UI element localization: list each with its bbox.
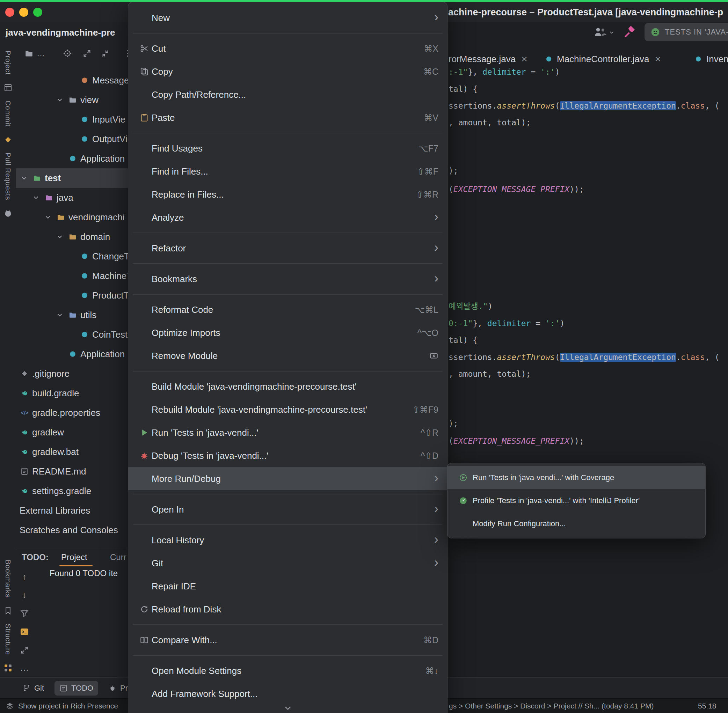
bookmark-icon[interactable] — [3, 606, 13, 615]
class-icon — [80, 115, 89, 124]
chevdown-icon[interactable] — [32, 194, 40, 201]
submenu-item-run-tests-in-java-vendi-with-coverage[interactable]: Run 'Tests in 'java-vendi...' with Cover… — [447, 466, 705, 489]
chevdown-icon[interactable] — [56, 311, 64, 319]
build-hammer-icon[interactable] — [622, 24, 637, 39]
stripe-button-pull-requests[interactable]: Pull Requests — [4, 152, 12, 200]
menu-item-run-tests-in-java-vendi[interactable]: Run 'Tests in 'java-vendi...'^⇧R — [128, 421, 447, 444]
more-options-button[interactable]: ⋯ — [20, 665, 29, 674]
menu-item-local-history[interactable]: Local History› — [128, 529, 447, 552]
menu-item-copy[interactable]: Copy⌘C — [128, 60, 447, 83]
menu-item-reformat-code[interactable]: Reformat Code⌥⌘L — [128, 298, 447, 321]
stripe-button-commit[interactable]: Commit — [4, 101, 12, 127]
structure-icon[interactable] — [3, 664, 13, 673]
menu-item-build-module-java-vendingmachine-precourse-test[interactable]: Build Module 'java-vendingmachine-precou… — [128, 375, 447, 398]
menu-item-rebuild-module-java-vendingmachine-precourse-test[interactable]: Rebuild Module 'java-vendingmachine-prec… — [128, 398, 447, 421]
gradle-icon — [20, 428, 28, 437]
toolwindow-button-git[interactable]: Git — [18, 681, 49, 695]
debug-icon — [140, 451, 149, 460]
preview-source-button[interactable] — [20, 627, 29, 636]
chevdown-icon[interactable] — [56, 96, 64, 104]
next-todo-button[interactable]: ↓ — [20, 591, 29, 600]
menu-item-right: › — [427, 273, 438, 285]
menu-shortcut: ⌘V — [424, 113, 438, 123]
menu-item-label: Open Module Settings — [152, 665, 241, 676]
tree-item-label: Application — [80, 153, 125, 164]
menu-item-compare-with[interactable]: Compare With...⌘D — [128, 628, 447, 652]
menu-item-new[interactable]: New› — [128, 6, 447, 29]
commit-icon[interactable] — [3, 135, 13, 144]
bug-icon — [108, 684, 117, 692]
menu-item-debug-tests-in-java-vendi[interactable]: Debug 'Tests in 'java-vendi...'^⇧D — [128, 444, 447, 467]
chevdown-icon[interactable] — [20, 174, 28, 182]
editor-tab-rormessage-java[interactable]: rorMessage.java× — [448, 49, 528, 69]
submenu-item-profile-tests-in-java-vendi-with-intellij-profiler[interactable]: Profile 'Tests in 'java-vendi...' with '… — [447, 489, 705, 512]
stripe-button-bookmarks[interactable]: Bookmarks — [4, 560, 12, 598]
expand-panel-button[interactable] — [20, 646, 29, 655]
menu-item-add-framework-support[interactable]: Add Framework Support... — [128, 682, 447, 705]
menu-item-label: Cut — [152, 43, 166, 54]
code-editor[interactable]: :-1"}, delimiter = ':')tal) {ssertions.a… — [447, 69, 728, 698]
toolwindow-button-label: Git — [34, 684, 44, 693]
screen-share-border — [0, 0, 728, 2]
menu-item-optimize-imports[interactable]: Optimize Imports^⌥O — [128, 321, 447, 344]
menu-item-refactor[interactable]: Refactor› — [128, 237, 447, 260]
tests-run-config-icon — [650, 27, 661, 37]
menu-item-find-usages[interactable]: Find Usages⌥F7 — [128, 137, 447, 160]
close-tab-icon[interactable]: × — [655, 53, 661, 65]
menu-separator — [133, 233, 442, 233]
caret-position[interactable]: 55:18 — [698, 699, 716, 713]
previous-todo-button[interactable]: ↑ — [20, 572, 29, 581]
tree-item-label: settings.gradle — [32, 486, 91, 497]
menu-item-copy-path-reference[interactable]: Copy Path/Reference... — [128, 83, 447, 106]
status-message[interactable]: Show project in Rich Presence — [18, 699, 118, 713]
menu-item-more-run-debug[interactable]: More Run/Debug› — [128, 467, 447, 490]
menu-separator — [133, 263, 442, 264]
readme-icon — [20, 467, 28, 476]
copy-icon — [140, 67, 149, 76]
menu-item-paste[interactable]: Paste⌘V — [128, 106, 447, 129]
stripe-button-structure[interactable]: Structure — [4, 624, 12, 655]
submenu-item-modify-run-configuration[interactable]: Modify Run Configuration... — [447, 512, 705, 535]
code-line: (EXCEPTION_MESSAGE_PREFIX)); — [448, 181, 584, 198]
menu-scroll-down-icon[interactable] — [128, 704, 447, 712]
menu-item-reload-from-disk[interactable]: Reload from Disk — [128, 598, 447, 621]
menu-item-bookmarks[interactable]: Bookmarks› — [128, 267, 447, 291]
toolwindow-button-todo[interactable]: TODO — [54, 681, 98, 695]
menu-item-right: › — [427, 558, 438, 569]
menu-shortcut: ⌘X — [424, 44, 438, 54]
tree-item-label: view — [80, 95, 99, 106]
menu-item-label: Git — [152, 558, 163, 569]
menu-icon-slot — [140, 67, 152, 76]
run-configuration-selector[interactable]: TESTS IN 'JAVA-VE — [644, 23, 728, 41]
filter-todos-button[interactable] — [20, 609, 29, 618]
menu-item-find-in-files[interactable]: Find in Files...⇧⌘F — [128, 160, 447, 183]
menu-item-git[interactable]: Git› — [128, 552, 447, 575]
menu-item-label: Paste — [152, 112, 175, 123]
menu-item-right: › — [427, 243, 438, 254]
editor-tab-inventory[interactable]: Inventory — [694, 49, 728, 69]
menu-item-open-in[interactable]: Open In› — [128, 498, 447, 521]
chevdown-icon[interactable] — [56, 233, 64, 240]
refresh-icon — [140, 605, 149, 614]
submenu-arrow-icon: › — [434, 503, 438, 515]
menu-item-open-module-settings[interactable]: Open Module Settings⌘↓ — [128, 659, 447, 682]
tree-item-label: README.md — [32, 466, 86, 477]
github-icon[interactable] — [3, 209, 13, 218]
tree-item-label: build.gradle — [32, 388, 79, 399]
stripe-button-project[interactable]: Project — [4, 51, 12, 75]
menu-item-cut[interactable]: Cut⌘X — [128, 37, 447, 60]
menu-item-label: Optimize Imports — [152, 328, 220, 339]
code-with-me-users-icon[interactable] — [593, 25, 607, 39]
branch-icon — [22, 684, 31, 692]
chevdown-icon[interactable] — [44, 213, 52, 221]
menu-item-replace-in-files[interactable]: Replace in Files...⇧⌘R — [128, 183, 447, 206]
menu-shortcut: ^⌥O — [417, 328, 438, 338]
project-icon[interactable] — [3, 83, 13, 92]
editor-tab-machinecontroller-java[interactable]: MachineController.java× — [545, 49, 661, 69]
gradle-icon — [20, 447, 28, 456]
menu-item-remove-module[interactable]: Remove Module — [128, 344, 447, 367]
menu-item-analyze[interactable]: Analyze› — [128, 206, 447, 229]
close-tab-icon[interactable]: × — [521, 53, 528, 65]
run-icon — [140, 428, 149, 437]
menu-item-repair-ide[interactable]: Repair IDE — [128, 575, 447, 598]
